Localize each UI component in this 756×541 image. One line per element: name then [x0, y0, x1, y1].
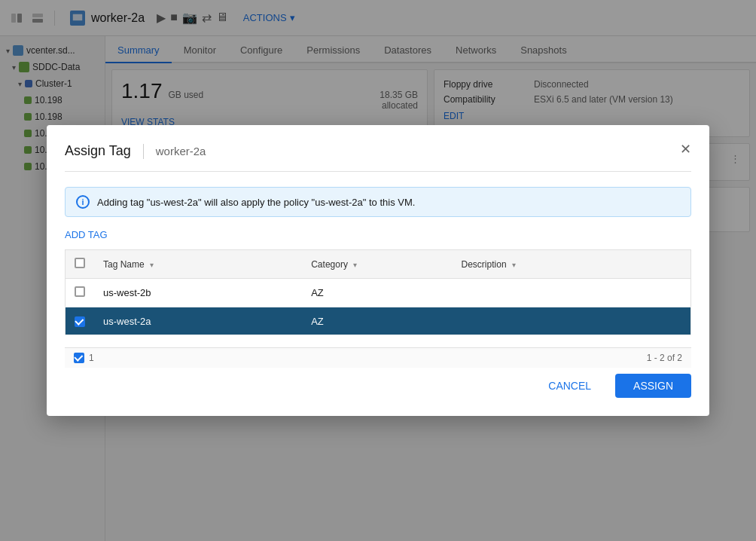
- row1-category: AZ: [302, 279, 452, 307]
- header-description[interactable]: Description ▾: [453, 250, 691, 279]
- row1-checkbox-cell: [66, 279, 95, 307]
- header-category[interactable]: Category ▾: [302, 250, 452, 279]
- row2-description: [453, 307, 691, 335]
- add-tag-link[interactable]: ADD TAG: [65, 229, 108, 240]
- modal-title: Assign Tag: [65, 143, 131, 159]
- info-icon: i: [76, 195, 90, 209]
- desc-filter-icon[interactable]: ▾: [512, 261, 516, 269]
- footer-checkbox[interactable]: [74, 353, 84, 363]
- modal-header: Assign Tag worker-2a ✕: [65, 143, 691, 172]
- assign-button[interactable]: ASSIGN: [615, 374, 691, 398]
- row1-tag-name: us-west-2b: [94, 279, 302, 307]
- tag-name-filter-icon[interactable]: ▾: [150, 261, 154, 269]
- footer-checkbox-inner: [74, 353, 84, 363]
- modal-footer: CANCEL ASSIGN: [65, 374, 691, 398]
- info-message: Adding tag "us-west-2a" will also apply …: [97, 197, 415, 208]
- table-header-row: Tag Name ▾ Category ▾ Description ▾: [66, 250, 691, 279]
- row1-description: [453, 279, 691, 307]
- info-banner: i Adding tag "us-west-2a" will also appl…: [65, 187, 691, 217]
- table-footer: 1 1 - 2 of 2: [65, 347, 691, 368]
- header-checkbox-inner: [75, 258, 85, 268]
- row2-checkbox-cell: [66, 307, 95, 335]
- row1-checkbox-inner: [75, 286, 85, 297]
- row2-checkbox-inner: [75, 316, 85, 327]
- header-checkbox[interactable]: [75, 258, 85, 268]
- row2-tag-name: us-west-2a: [94, 307, 302, 335]
- table-row[interactable]: us-west-2a AZ: [66, 307, 691, 335]
- assign-tag-modal: Assign Tag worker-2a ✕ i Adding tag "us-…: [47, 125, 709, 416]
- cancel-button[interactable]: CANCEL: [533, 374, 606, 398]
- row1-checkbox[interactable]: [75, 286, 85, 297]
- header-checkbox-col: [66, 250, 95, 279]
- category-filter-icon[interactable]: ▾: [353, 261, 357, 269]
- table-page-count: 1 - 2 of 2: [647, 353, 682, 363]
- footer-count-text: 1: [89, 353, 94, 363]
- header-tag-name[interactable]: Tag Name ▾: [94, 250, 302, 279]
- tag-table: Tag Name ▾ Category ▾ Description ▾: [65, 249, 691, 335]
- modal-header-divider: [143, 144, 144, 159]
- close-button[interactable]: ✕: [676, 140, 694, 158]
- row2-checkbox[interactable]: [75, 316, 85, 327]
- modal-subtitle: worker-2a: [156, 145, 206, 157]
- table-row[interactable]: us-west-2b AZ: [66, 279, 691, 307]
- modal-overlay: Assign Tag worker-2a ✕ i Adding tag "us-…: [0, 0, 756, 541]
- row2-category: AZ: [302, 307, 452, 335]
